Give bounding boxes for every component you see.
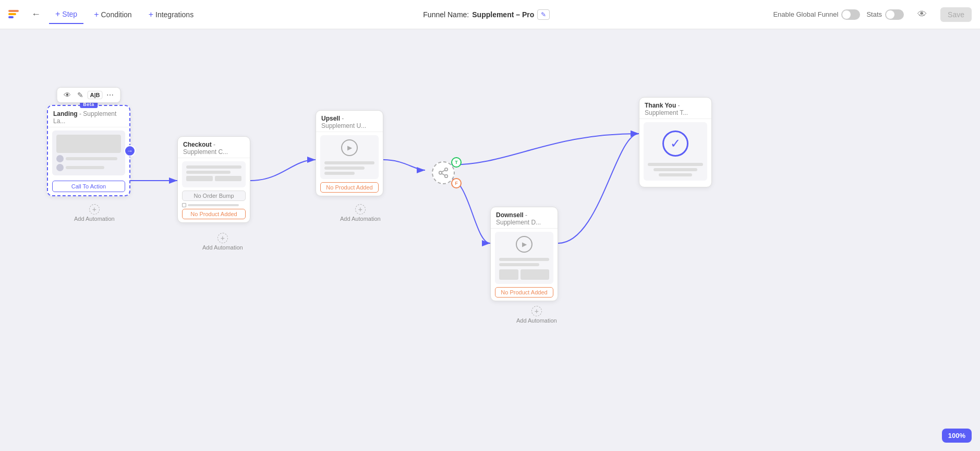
plus-icon-3: + — [149, 10, 153, 19]
pl-2 — [186, 171, 231, 174]
plus-icon: + — [55, 9, 60, 19]
save-button[interactable]: Save — [940, 7, 972, 22]
checkout-form-lines — [186, 176, 241, 181]
downsell-preview: ▶ — [495, 232, 553, 284]
downsell-no-product-button[interactable]: No Product Added — [495, 287, 553, 298]
upsell-add-automation[interactable]: + Add Automation — [340, 204, 381, 222]
circle-icon — [56, 155, 64, 162]
edit-funnel-name-button[interactable]: ✎ — [537, 9, 550, 20]
connector-circle: → — [124, 145, 136, 157]
svg-line-5 — [442, 170, 445, 172]
upsell-no-product-button[interactable]: No Product Added — [320, 182, 379, 193]
preview-line-2 — [66, 166, 104, 169]
stats-toggle-wrap: Stats — [866, 9, 904, 20]
upsell-node-header: Upsell - Supplement U... — [316, 111, 383, 132]
checkout-preview — [182, 161, 246, 187]
play-icon-2: ▶ — [516, 236, 533, 253]
landing-node[interactable]: Beta 👁 ✎ A|B ⋯ Landing - Supplement La..… — [47, 105, 130, 196]
pl-1 — [186, 165, 241, 169]
form-field-2 — [215, 176, 241, 181]
enable-global-funnel-toggle-wrap: Enable Global Funnel — [773, 9, 860, 20]
condition-true-badge: T — [451, 157, 462, 168]
downsell-node[interactable]: Downsell - Supplement D... ▶ No Product … — [490, 207, 558, 301]
landing-add-automation[interactable]: + Add Automation — [74, 204, 115, 222]
checkmark-icon: ✓ — [662, 130, 688, 157]
edit-button[interactable]: ✎ — [75, 90, 86, 100]
thankyou-preview: ✓ — [644, 122, 707, 181]
landing-node-header: Landing - Supplement La... — [48, 106, 129, 127]
enable-global-funnel-toggle[interactable] — [841, 9, 860, 20]
plus-circle-icon-2: + — [217, 233, 228, 243]
no-order-bump-label: No Order Bump — [182, 191, 246, 201]
back-button[interactable]: ← — [27, 7, 45, 22]
checkbox-row — [182, 203, 246, 207]
plus-circle-icon-4: + — [531, 306, 542, 316]
pl-u3 — [324, 172, 355, 175]
checkout-node-header: Checkout - Supplement C... — [178, 137, 250, 158]
condition-node[interactable]: T F — [425, 157, 462, 188]
thankyou-node[interactable]: Thank You - Supplement T... ✓ — [639, 97, 712, 187]
pl-u1 — [324, 161, 374, 164]
more-button[interactable]: ⋯ — [104, 90, 116, 100]
svg-point-3 — [445, 175, 448, 178]
upsell-preview: ▶ — [320, 135, 379, 179]
stats-toggle[interactable] — [885, 9, 904, 20]
mini-checkbox — [182, 203, 186, 207]
checkout-node[interactable]: Checkout - Supplement C... No Order Bump… — [177, 136, 250, 223]
pl-d1 — [499, 258, 549, 261]
landing-preview — [52, 130, 125, 175]
funnel-name-display: Funnel Name: Supplement – Pro ✎ — [423, 9, 550, 20]
zoom-badge: 100% — [942, 429, 972, 443]
dl-1 — [499, 269, 518, 280]
tab-step[interactable]: + Step — [49, 5, 83, 24]
svg-point-2 — [439, 171, 442, 174]
pl-t2 — [654, 168, 698, 171]
plus-circle-icon-3: + — [355, 204, 366, 215]
form-field-1 — [186, 176, 213, 181]
tab-integrations[interactable]: + Integrations — [142, 6, 200, 23]
dl-2 — [521, 269, 549, 280]
pl-u2 — [324, 167, 365, 170]
downsell-node-body: ▶ No Product Added — [491, 229, 558, 301]
funnel-canvas: Beta 👁 ✎ A|B ⋯ Landing - Supplement La..… — [0, 29, 980, 451]
checkbox-line — [188, 204, 239, 206]
plus-icon-2: + — [94, 10, 99, 19]
checkout-no-product-button[interactable]: No Product Added — [182, 209, 246, 219]
thankyou-node-header: Thank You - Supplement T... — [639, 98, 711, 119]
top-navigation: ← + Step + Condition + Integrations Funn… — [0, 0, 980, 29]
downsell-node-header: Downsell - Supplement D... — [491, 207, 558, 229]
ab-label: A|B — [88, 91, 103, 99]
pl-d2 — [499, 263, 539, 266]
upsell-node[interactable]: Upsell - Supplement U... ▶ No Product Ad… — [316, 110, 383, 196]
upsell-node-body: ▶ No Product Added — [316, 132, 383, 196]
call-to-action-button[interactable]: Call To Action — [52, 181, 125, 192]
circle-icon-2 — [56, 164, 64, 171]
svg-point-1 — [445, 168, 448, 171]
nav-right-section: Enable Global Funnel Stats 👁 Save — [773, 6, 972, 23]
downsell-bottom-lines — [499, 269, 549, 280]
checkout-add-automation[interactable]: + Add Automation — [202, 233, 243, 251]
pl-t3 — [659, 173, 692, 176]
preview-line — [66, 157, 117, 160]
thankyou-node-body: ✓ — [639, 119, 711, 187]
preview-button[interactable]: 👁 — [910, 6, 934, 23]
pl-t1 — [648, 163, 703, 166]
plus-circle-icon: + — [89, 204, 100, 215]
svg-line-4 — [442, 173, 445, 175]
logo — [8, 10, 19, 19]
play-icon: ▶ — [341, 139, 358, 156]
downsell-add-automation[interactable]: + Add Automation — [516, 306, 557, 324]
landing-node-toolbar: 👁 ✎ A|B ⋯ — [57, 87, 121, 103]
checkout-node-body: No Order Bump No Product Added — [178, 158, 250, 222]
condition-false-badge: F — [451, 178, 462, 188]
landing-node-body: Call To Action — [48, 127, 129, 195]
view-button[interactable]: 👁 — [62, 90, 73, 100]
img-placeholder — [56, 135, 121, 153]
tab-condition[interactable]: + Condition — [88, 6, 138, 23]
